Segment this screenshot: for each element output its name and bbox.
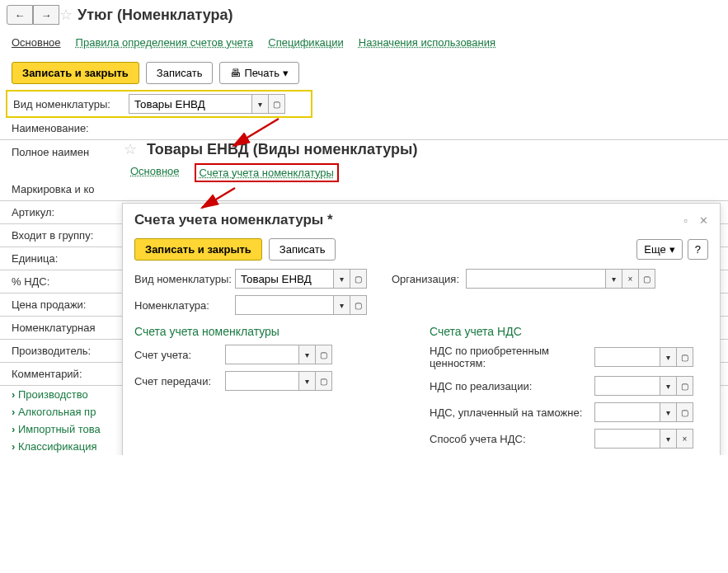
detach-icon[interactable]: ▫: [683, 214, 688, 227]
print-icon: 🖶: [230, 67, 241, 79]
nom-input[interactable]: [235, 295, 334, 315]
clear-icon[interactable]: ×: [677, 429, 693, 449]
modal2-title: Счета учета номенклатуры *: [134, 212, 333, 228]
chevron-down-icon: ▾: [669, 243, 675, 256]
comment-label: Комментарий:: [12, 368, 127, 380]
full-name-label: Полное наимен: [12, 146, 127, 158]
nom-group-label: Номенклатурная: [12, 322, 127, 334]
nomenclature-type-label: Вид номенклатуры:: [13, 98, 129, 110]
org-label: Организация:: [392, 273, 466, 285]
dropdown-icon[interactable]: ▾: [334, 295, 350, 315]
open-icon[interactable]: ▢: [350, 269, 367, 289]
section-materials: Счета учета материалов, принятых в перер…: [430, 452, 708, 455]
open-icon[interactable]: ▢: [677, 402, 693, 422]
open-icon[interactable]: ▢: [269, 94, 285, 114]
vat-customs-label: НДС, уплаченный на таможне:: [430, 406, 594, 419]
open-icon[interactable]: ▢: [677, 376, 693, 396]
article-label: Артикул:: [12, 206, 127, 218]
dropdown-icon[interactable]: ▾: [334, 269, 350, 289]
clear-icon[interactable]: ×: [622, 269, 639, 289]
dropdown-icon[interactable]: ▾: [299, 345, 316, 364]
org-input[interactable]: [466, 269, 606, 289]
open-icon[interactable]: ▢: [677, 347, 693, 367]
modal1-title: Товары ЕНВД (Виды номенклатуры): [147, 141, 417, 158]
vat-method-input[interactable]: [594, 429, 660, 449]
modal-nomenclature-type: ☆ Товары ЕНВД (Виды номенклатуры) Основн…: [124, 140, 717, 187]
dropdown-icon[interactable]: ▾: [252, 94, 269, 114]
dropdown-icon[interactable]: ▾: [660, 402, 677, 422]
account-label: Счет учета:: [134, 349, 225, 361]
nom-type-label: Вид номенклатуры:: [134, 273, 235, 285]
tab-rules[interactable]: Правила определения счетов учета: [76, 35, 254, 50]
price-label: Цена продажи:: [12, 298, 127, 311]
vat-customs-input[interactable]: [594, 402, 660, 422]
tab-specs[interactable]: Спецификации: [268, 35, 344, 50]
vat-sale-label: НДС по реализации:: [430, 380, 594, 392]
main-tabs: Основное Правила определения счетов учет…: [0, 30, 728, 55]
open-icon[interactable]: ▢: [316, 371, 332, 391]
section-vat: Счета учета НДС: [430, 318, 708, 341]
print-button[interactable]: 🖶 Печать ▾: [219, 62, 299, 84]
dropdown-icon[interactable]: ▾: [660, 429, 677, 449]
transfer-input[interactable]: [225, 371, 299, 391]
star-icon[interactable]: ☆: [124, 140, 137, 158]
back-button[interactable]: ←: [7, 5, 33, 25]
vat-sale-input[interactable]: [594, 376, 660, 396]
chevron-down-icon: ▾: [283, 67, 289, 79]
modal1-tab-main[interactable]: Основное: [130, 163, 180, 182]
open-icon[interactable]: ▢: [350, 295, 367, 315]
open-icon[interactable]: ▢: [639, 269, 655, 289]
modal2-save[interactable]: Записать: [269, 238, 336, 261]
dropdown-icon[interactable]: ▾: [299, 371, 316, 391]
open-icon[interactable]: ▢: [316, 345, 332, 364]
page-title: Утюг (Номенклатура): [77, 7, 233, 24]
forward-button[interactable]: →: [33, 5, 59, 25]
vat-purchase-input[interactable]: [594, 347, 660, 367]
vat-method-label: Способ учета НДС:: [430, 433, 594, 445]
account-input[interactable]: [225, 345, 299, 364]
nom-type-input[interactable]: [235, 269, 334, 289]
dropdown-icon[interactable]: ▾: [660, 376, 677, 396]
more-button[interactable]: Еще ▾: [636, 239, 682, 260]
dropdown-icon[interactable]: ▾: [606, 269, 622, 289]
tab-main[interactable]: Основное: [12, 35, 61, 50]
save-close-button[interactable]: Записать и закрыть: [12, 62, 139, 84]
modal-accounts: Счета учета номенклатуры * ▫ ✕ Записать …: [122, 203, 721, 455]
tab-usage[interactable]: Назначения использования: [359, 35, 496, 50]
save-button[interactable]: Записать: [146, 62, 214, 84]
section-income: Счета доходов и расходов от реализации: [134, 452, 413, 455]
modal1-tab-accounts[interactable]: Счета учета номенклатуры: [200, 165, 334, 181]
nomenclature-type-input[interactable]: [129, 94, 252, 114]
unit-label: Единица:: [12, 252, 127, 265]
transfer-label: Счет передачи:: [134, 375, 225, 387]
vat-purchase-label: НДС по приобретенным ценностям:: [430, 345, 594, 369]
group-label: Входит в группу:: [12, 229, 127, 242]
nom-label: Номенклатура:: [134, 299, 235, 312]
dropdown-icon[interactable]: ▾: [660, 347, 677, 367]
name-label: Наименование:: [12, 122, 127, 134]
close-icon[interactable]: ✕: [699, 214, 708, 227]
manufacturer-label: Производитель:: [12, 345, 127, 357]
help-button[interactable]: ?: [688, 239, 708, 260]
section-accounts: Счета учета номенклатуры: [134, 318, 413, 341]
star-icon[interactable]: ☆: [59, 6, 73, 24]
vat-label: % НДС:: [12, 275, 127, 288]
modal2-save-close[interactable]: Записать и закрыть: [134, 238, 262, 261]
marking-label: Маркировка и ко: [12, 183, 127, 195]
